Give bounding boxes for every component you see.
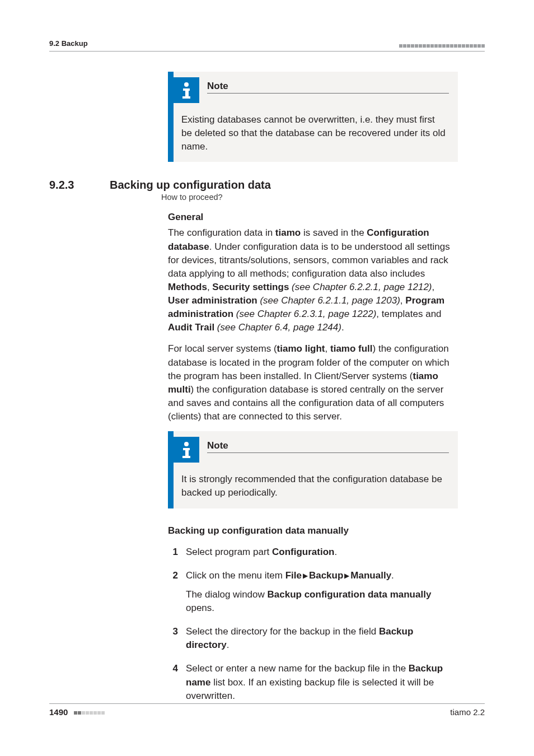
note-callout: Note It is strongly recommended that the…: [168, 431, 458, 508]
note-title-rule: [207, 93, 449, 94]
page-number: 1490: [49, 707, 68, 717]
step-4: 4 Select or enter a new name for the bac…: [168, 662, 458, 702]
triangle-right-icon: ▶: [302, 571, 309, 581]
section-number: 9.2.3: [49, 179, 110, 192]
footer: 1490 tiamo 2.2: [49, 703, 485, 717]
note-body: It is strongly recommended that the conf…: [174, 473, 449, 500]
how-to-proceed: How to proceed?: [161, 193, 485, 202]
footer-product: tiamo 2.2: [450, 707, 485, 717]
step-number: 2: [168, 569, 178, 615]
content-column: Note Existing databases cannot be overwr…: [168, 72, 458, 162]
step-text: Click on the menu item File▶Backup▶Manua…: [186, 569, 458, 615]
general-paragraph-2: For local server systems (tiamo light, t…: [168, 342, 458, 423]
footer-left: 1490: [49, 707, 105, 717]
header-ornament-icon: [399, 44, 485, 48]
running-head-section: 9.2 Backup: [49, 39, 88, 48]
svg-point-0: [184, 82, 189, 87]
note-body: Existing databases cannot be overwritten…: [174, 113, 449, 153]
step-text: Select the directory for the backup in t…: [186, 625, 458, 652]
general-heading: General: [168, 212, 458, 223]
note-title: Note: [207, 81, 449, 92]
section-title: Backing up configuration data: [110, 179, 271, 192]
note-title: Note: [207, 440, 449, 451]
step-text: Select program part Configuration.: [186, 545, 458, 559]
step-3: 3 Select the directory for the backup in…: [168, 625, 458, 652]
step-1: 1 Select program part Configuration.: [168, 545, 458, 559]
step-text: Select or enter a new name for the backu…: [186, 662, 458, 702]
running-head: 9.2 Backup: [49, 39, 485, 48]
svg-rect-6: [185, 448, 189, 457]
section-heading: 9.2.3 Backing up configuration data: [49, 179, 485, 192]
step-number: 1: [168, 545, 178, 559]
svg-rect-3: [182, 96, 190, 99]
triangle-right-icon: ▶: [343, 571, 350, 581]
manual-backup-heading: Backing up configuration data manually: [168, 525, 458, 536]
note-callout: Note Existing databases cannot be overwr…: [168, 72, 458, 162]
step-number: 4: [168, 662, 178, 702]
step-number: 3: [168, 625, 178, 652]
note-title-rule: [207, 452, 449, 453]
svg-rect-2: [185, 88, 189, 97]
footer-ornament-icon: [74, 711, 105, 715]
general-paragraph-1: The configuration data in tiamo is saved…: [168, 226, 458, 334]
info-icon: [174, 77, 199, 103]
page: 9.2 Backup Note: [0, 0, 534, 756]
footer-rule: [49, 703, 485, 704]
svg-rect-7: [182, 456, 190, 458]
svg-point-4: [184, 442, 189, 446]
step-2: 2 Click on the menu item File▶Backup▶Man…: [168, 569, 458, 615]
header-rule: [49, 51, 485, 52]
info-icon: [174, 437, 199, 463]
